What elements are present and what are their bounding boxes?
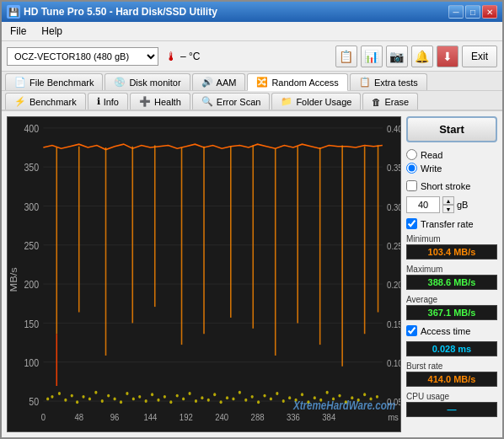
svg-point-78 <box>207 399 210 402</box>
svg-point-55 <box>64 399 67 402</box>
svg-text:100: 100 <box>24 356 39 368</box>
folder-usage-label: Folder Usage <box>296 97 351 107</box>
minimum-section: Minimum 103.4 MB/s <box>406 234 497 260</box>
tab-benchmark[interactable]: ⚡ Benchmark <box>5 93 86 110</box>
exit-button[interactable]: Exit <box>462 46 497 67</box>
minimum-label: Minimum <box>406 234 497 244</box>
svg-point-76 <box>195 399 197 403</box>
benchmark-icon: ⚡ <box>14 96 26 107</box>
spinner-down-button[interactable]: ▼ <box>442 205 454 213</box>
transfer-rate-checkbox[interactable] <box>406 218 417 229</box>
tab-file-benchmark[interactable]: 📄 File Benchmark <box>5 73 103 90</box>
error-scan-icon: 🔍 <box>201 96 213 107</box>
erase-label: Erase <box>384 97 409 107</box>
write-radio-label[interactable]: Write <box>406 163 497 174</box>
average-section: Average 367.1 MB/s <box>406 295 497 320</box>
svg-point-56 <box>71 394 73 398</box>
read-radio-label[interactable]: Read <box>406 149 497 160</box>
svg-point-84 <box>244 399 247 402</box>
maximum-section: Maximum 388.6 MB/s <box>406 265 497 290</box>
menu-file[interactable]: File <box>7 24 29 39</box>
spinner-up-button[interactable]: ▲ <box>442 196 454 205</box>
short-stroke-checkbox[interactable] <box>406 180 417 191</box>
tab-erase[interactable]: 🗑 Erase <box>362 93 418 110</box>
menu-help[interactable]: Help <box>38 24 66 39</box>
svg-text:0.20: 0.20 <box>387 279 400 290</box>
window-title: HD Tune Pro 5.50 - Hard Disk/SSD Utility <box>24 6 217 18</box>
tab-disk-monitor[interactable]: 💿 Disk monitor <box>105 73 190 90</box>
svg-point-74 <box>182 397 185 400</box>
svg-point-68 <box>145 399 147 403</box>
svg-point-73 <box>176 394 179 398</box>
svg-text:ms: ms <box>388 411 399 422</box>
app-icon: 💾 <box>7 5 20 19</box>
svg-point-99 <box>338 394 340 398</box>
toolbar-btn-5[interactable]: ⬇ <box>437 46 458 67</box>
health-icon: ➕ <box>139 96 151 107</box>
tabs-row1: 📄 File Benchmark 💿 Disk monitor 🔊 AAM 🔀 … <box>2 72 502 91</box>
spinner-input[interactable] <box>406 196 440 213</box>
svg-point-64 <box>120 400 122 404</box>
toolbar-btn-1[interactable]: 📋 <box>335 46 357 67</box>
svg-text:400: 400 <box>24 122 39 134</box>
close-button[interactable]: ✕ <box>482 5 497 19</box>
cpu-label: CPU usage <box>406 392 497 401</box>
tab-random-access[interactable]: 🔀 Random Access <box>247 73 347 91</box>
access-time-checkbox-row[interactable]: Access time <box>406 325 497 336</box>
svg-text:XtremeHardWare.com: XtremeHardWare.com <box>292 399 395 412</box>
svg-point-79 <box>213 393 216 396</box>
sidebar: Start Read Write Short stroke ▲ <box>401 111 502 437</box>
disk-monitor-label: Disk monitor <box>129 78 180 88</box>
tab-extra-tests[interactable]: 📋 Extra tests <box>350 73 427 90</box>
cpu-value: — <box>406 402 497 417</box>
minimize-button[interactable]: ─ <box>448 5 464 19</box>
svg-point-54 <box>58 392 61 395</box>
write-radio[interactable] <box>406 163 417 174</box>
disk-selector[interactable]: OCZ-VECTOR180 (480 gB) <box>7 47 158 66</box>
erase-icon: 🗑 <box>372 97 381 107</box>
svg-point-93 <box>301 393 303 396</box>
read-radio[interactable] <box>406 149 417 160</box>
start-button[interactable]: Start <box>406 116 497 142</box>
toolbar-btn-3[interactable]: 📷 <box>386 46 408 67</box>
file-benchmark-label: File Benchmark <box>29 78 94 88</box>
access-time-checkbox[interactable] <box>406 325 417 336</box>
spinner-unit: gB <box>457 200 468 210</box>
maximum-label: Maximum <box>406 265 497 274</box>
svg-point-91 <box>288 396 291 399</box>
svg-point-70 <box>157 399 159 402</box>
title-bar: 💾 HD Tune Pro 5.50 - Hard Disk/SSD Utili… <box>2 2 502 22</box>
temperature-value: – °C <box>180 51 200 62</box>
svg-point-97 <box>326 391 329 394</box>
svg-text:150: 150 <box>24 318 39 329</box>
minimum-value: 103.4 MB/s <box>406 244 497 260</box>
toolbar-btn-4[interactable]: 🔔 <box>411 46 433 67</box>
tab-info[interactable]: ℹ Info <box>88 93 128 110</box>
svg-point-67 <box>138 395 141 399</box>
svg-point-62 <box>107 394 110 398</box>
svg-text:144: 144 <box>144 411 158 422</box>
maximize-button[interactable]: □ <box>465 5 480 19</box>
average-value: 367.1 MB/s <box>406 305 497 320</box>
svg-text:0: 0 <box>41 411 46 422</box>
tab-aam[interactable]: 🔊 AAM <box>192 73 246 90</box>
svg-text:192: 192 <box>180 411 193 422</box>
toolbar-btn-2[interactable]: 📊 <box>361 46 383 67</box>
svg-text:0.25: 0.25 <box>387 240 400 251</box>
tab-folder-usage[interactable]: 📁 Folder Usage <box>271 93 361 110</box>
svg-point-88 <box>270 397 272 400</box>
main-content: 400 350 300 250 200 150 100 50 MB/s 0.40… <box>2 111 502 437</box>
svg-point-61 <box>101 399 104 403</box>
thermometer-icon: 🌡 <box>165 50 177 63</box>
svg-point-65 <box>126 392 128 395</box>
tab-health[interactable]: ➕ Health <box>130 93 190 110</box>
tab-error-scan[interactable]: 🔍 Error Scan <box>192 93 271 110</box>
toolbar-buttons: 📋 📊 📷 🔔 ⬇ Exit <box>335 46 497 67</box>
short-stroke-checkbox-row[interactable]: Short stroke <box>406 180 497 191</box>
svg-point-66 <box>132 397 135 400</box>
svg-point-69 <box>151 393 153 396</box>
folder-usage-icon: 📁 <box>281 96 292 107</box>
random-access-label: Random Access <box>271 78 338 88</box>
svg-point-82 <box>232 397 234 400</box>
transfer-rate-checkbox-row[interactable]: Transfer rate <box>406 218 497 229</box>
